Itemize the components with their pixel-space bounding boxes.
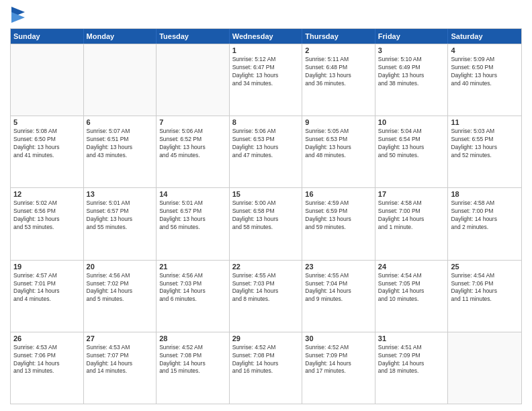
day-number: 9 <box>305 118 372 126</box>
day-number: 14 <box>159 190 226 198</box>
day-number: 6 <box>87 118 154 126</box>
day-number: 25 <box>451 263 519 271</box>
cell-info: Sunrise: 5:02 AMSunset: 6:56 PMDaylight:… <box>13 199 81 232</box>
day-number: 10 <box>378 118 445 126</box>
week-row-3: 12Sunrise: 5:02 AMSunset: 6:56 PMDayligh… <box>11 187 521 259</box>
day-cell-3: 3Sunrise: 5:10 AMSunset: 6:49 PMDaylight… <box>375 44 449 116</box>
day-number: 1 <box>232 46 300 54</box>
day-cell-27: 27Sunrise: 4:53 AMSunset: 7:07 PMDayligh… <box>84 332 157 404</box>
day-number: 3 <box>378 46 445 54</box>
day-cell-19: 19Sunrise: 4:57 AMSunset: 7:01 PMDayligh… <box>11 261 84 332</box>
day-number: 19 <box>13 263 81 271</box>
header-day-tuesday: Tuesday <box>157 29 230 44</box>
day-number: 31 <box>378 334 445 342</box>
empty-cell <box>157 44 230 116</box>
logo <box>10 7 25 23</box>
day-cell-10: 10Sunrise: 5:04 AMSunset: 6:54 PMDayligh… <box>375 116 449 187</box>
day-number: 15 <box>232 190 300 198</box>
day-number: 26 <box>13 334 81 342</box>
day-number: 5 <box>13 118 81 126</box>
day-number: 12 <box>13 190 81 198</box>
cell-info: Sunrise: 4:55 AMSunset: 7:03 PMDaylight:… <box>232 272 300 304</box>
day-number: 8 <box>232 118 300 126</box>
day-number: 7 <box>159 118 226 126</box>
cell-info: Sunrise: 4:53 AMSunset: 7:07 PMDaylight:… <box>87 344 154 376</box>
cell-info: Sunrise: 4:56 AMSunset: 7:02 PMDaylight:… <box>87 272 154 304</box>
day-number: 30 <box>305 334 372 342</box>
header-day-monday: Monday <box>84 29 157 44</box>
calendar-header: SundayMondayTuesdayWednesdayThursdayFrid… <box>11 29 521 44</box>
cell-info: Sunrise: 5:06 AMSunset: 6:52 PMDaylight:… <box>159 128 226 160</box>
day-number: 20 <box>87 263 154 271</box>
empty-cell <box>448 332 521 404</box>
day-number: 27 <box>87 334 154 342</box>
cell-info: Sunrise: 5:05 AMSunset: 6:53 PMDaylight:… <box>305 128 372 160</box>
day-number: 22 <box>232 263 300 271</box>
cell-info: Sunrise: 4:54 AMSunset: 7:06 PMDaylight:… <box>451 272 519 304</box>
cell-info: Sunrise: 5:06 AMSunset: 6:53 PMDaylight:… <box>232 128 300 160</box>
empty-cell <box>84 44 157 116</box>
day-cell-7: 7Sunrise: 5:06 AMSunset: 6:52 PMDaylight… <box>157 116 230 187</box>
day-cell-15: 15Sunrise: 5:00 AMSunset: 6:58 PMDayligh… <box>230 188 303 259</box>
logo-icon <box>11 7 25 23</box>
day-cell-28: 28Sunrise: 4:52 AMSunset: 7:08 PMDayligh… <box>157 332 230 404</box>
cell-info: Sunrise: 5:01 AMSunset: 6:57 PMDaylight:… <box>159 199 226 232</box>
cell-info: Sunrise: 4:57 AMSunset: 7:01 PMDaylight:… <box>13 272 81 304</box>
day-cell-26: 26Sunrise: 4:53 AMSunset: 7:06 PMDayligh… <box>11 332 84 404</box>
day-cell-4: 4Sunrise: 5:09 AMSunset: 6:50 PMDaylight… <box>448 44 521 116</box>
cell-info: Sunrise: 5:00 AMSunset: 6:58 PMDaylight:… <box>232 199 300 232</box>
day-cell-1: 1Sunrise: 5:12 AMSunset: 6:47 PMDaylight… <box>230 44 303 116</box>
day-cell-2: 2Sunrise: 5:11 AMSunset: 6:48 PMDaylight… <box>302 44 375 116</box>
day-number: 18 <box>451 190 519 198</box>
cell-info: Sunrise: 5:08 AMSunset: 6:50 PMDaylight:… <box>13 128 81 160</box>
cell-info: Sunrise: 4:52 AMSunset: 7:08 PMDaylight:… <box>159 344 226 376</box>
calendar-body: 1Sunrise: 5:12 AMSunset: 6:47 PMDaylight… <box>11 44 521 404</box>
week-row-4: 19Sunrise: 4:57 AMSunset: 7:01 PMDayligh… <box>11 260 521 332</box>
cell-info: Sunrise: 5:11 AMSunset: 6:48 PMDaylight:… <box>305 56 372 88</box>
cell-info: Sunrise: 4:58 AMSunset: 7:00 PMDaylight:… <box>378 199 445 232</box>
cell-info: Sunrise: 5:07 AMSunset: 6:51 PMDaylight:… <box>87 128 154 160</box>
header-day-friday: Friday <box>375 29 449 44</box>
cell-info: Sunrise: 4:58 AMSunset: 7:00 PMDaylight:… <box>451 199 519 232</box>
week-row-5: 26Sunrise: 4:53 AMSunset: 7:06 PMDayligh… <box>11 332 521 404</box>
day-cell-18: 18Sunrise: 4:58 AMSunset: 7:00 PMDayligh… <box>448 188 521 259</box>
cell-info: Sunrise: 5:09 AMSunset: 6:50 PMDaylight:… <box>451 56 519 88</box>
day-cell-17: 17Sunrise: 4:58 AMSunset: 7:00 PMDayligh… <box>375 188 449 259</box>
cell-info: Sunrise: 5:03 AMSunset: 6:55 PMDaylight:… <box>451 128 519 160</box>
header-day-sunday: Sunday <box>11 29 84 44</box>
day-number: 21 <box>159 263 226 271</box>
cell-info: Sunrise: 5:12 AMSunset: 6:47 PMDaylight:… <box>232 56 300 88</box>
day-cell-14: 14Sunrise: 5:01 AMSunset: 6:57 PMDayligh… <box>157 188 230 259</box>
day-number: 16 <box>305 190 372 198</box>
empty-cell <box>11 44 84 116</box>
cell-info: Sunrise: 4:56 AMSunset: 7:03 PMDaylight:… <box>159 272 226 304</box>
header-day-thursday: Thursday <box>302 29 375 44</box>
day-cell-6: 6Sunrise: 5:07 AMSunset: 6:51 PMDaylight… <box>84 116 157 187</box>
header <box>10 7 522 23</box>
day-cell-23: 23Sunrise: 4:55 AMSunset: 7:04 PMDayligh… <box>302 261 375 332</box>
day-cell-5: 5Sunrise: 5:08 AMSunset: 6:50 PMDaylight… <box>11 116 84 187</box>
day-number: 17 <box>378 190 445 198</box>
cell-info: Sunrise: 4:51 AMSunset: 7:09 PMDaylight:… <box>378 344 445 376</box>
page: SundayMondayTuesdayWednesdayThursdayFrid… <box>0 0 532 411</box>
calendar: SundayMondayTuesdayWednesdayThursdayFrid… <box>10 28 522 404</box>
day-cell-22: 22Sunrise: 4:55 AMSunset: 7:03 PMDayligh… <box>230 261 303 332</box>
cell-info: Sunrise: 5:10 AMSunset: 6:49 PMDaylight:… <box>378 56 445 88</box>
header-day-saturday: Saturday <box>448 29 521 44</box>
day-cell-9: 9Sunrise: 5:05 AMSunset: 6:53 PMDaylight… <box>302 116 375 187</box>
day-number: 23 <box>305 263 372 271</box>
week-row-1: 1Sunrise: 5:12 AMSunset: 6:47 PMDaylight… <box>11 44 521 116</box>
cell-info: Sunrise: 4:55 AMSunset: 7:04 PMDaylight:… <box>305 272 372 304</box>
day-cell-12: 12Sunrise: 5:02 AMSunset: 6:56 PMDayligh… <box>11 188 84 259</box>
day-number: 13 <box>87 190 154 198</box>
day-number: 4 <box>451 46 519 54</box>
header-day-wednesday: Wednesday <box>230 29 303 44</box>
day-cell-13: 13Sunrise: 5:01 AMSunset: 6:57 PMDayligh… <box>84 188 157 259</box>
day-cell-11: 11Sunrise: 5:03 AMSunset: 6:55 PMDayligh… <box>448 116 521 187</box>
cell-info: Sunrise: 5:01 AMSunset: 6:57 PMDaylight:… <box>87 199 154 232</box>
cell-info: Sunrise: 4:52 AMSunset: 7:08 PMDaylight:… <box>232 344 300 376</box>
day-cell-30: 30Sunrise: 4:52 AMSunset: 7:09 PMDayligh… <box>302 332 375 404</box>
day-cell-16: 16Sunrise: 4:59 AMSunset: 6:59 PMDayligh… <box>302 188 375 259</box>
day-number: 29 <box>232 334 300 342</box>
cell-info: Sunrise: 4:59 AMSunset: 6:59 PMDaylight:… <box>305 199 372 232</box>
